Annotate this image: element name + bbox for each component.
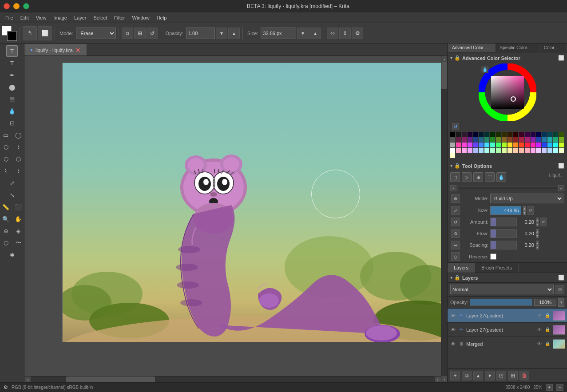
swatch-dark4[interactable]	[473, 132, 478, 137]
amount-spin-up[interactable]: ▴	[536, 218, 539, 222]
tool-colorpicker[interactable]: 💧	[6, 105, 18, 117]
v-scroll-track[interactable]	[441, 62, 447, 376]
swatch-white[interactable]	[450, 148, 455, 153]
clear-button[interactable]: ⬜	[38, 26, 52, 40]
swatch-bright7[interactable]	[484, 143, 489, 147]
tool-enclose-fill[interactable]: ⬡	[0, 237, 12, 249]
canvas-container[interactable]	[24, 56, 441, 376]
layer-3-lock-btn[interactable]: 🔒	[544, 341, 551, 348]
swatch-dark3[interactable]	[468, 132, 472, 137]
swatch-bright16[interactable]	[536, 143, 541, 147]
blend-mode-dropdown[interactable]: Normal	[450, 285, 554, 294]
swatch-light2[interactable]	[462, 148, 467, 153]
swatch-bright15[interactable]	[531, 143, 535, 147]
swatch-bright2[interactable]	[456, 143, 461, 147]
menu-window[interactable]: Window	[129, 14, 153, 21]
menu-edit[interactable]: Edit	[17, 14, 32, 21]
swatch-bright4[interactable]	[468, 143, 472, 147]
swatch-mid2[interactable]	[456, 137, 461, 142]
size-input[interactable]	[261, 28, 296, 39]
swatch-mid13[interactable]	[519, 137, 524, 142]
panel-hscroll-right-button[interactable]: ▸	[558, 185, 564, 191]
swatch-dark5[interactable]	[479, 132, 484, 137]
swatch-dark14[interactable]	[531, 132, 535, 137]
move-layer-up-button[interactable]: ▴	[473, 371, 483, 380]
remove-layer-button[interactable]: 🗑	[519, 371, 529, 380]
spacing-spin-up[interactable]: ▴	[536, 241, 539, 245]
menu-view[interactable]: View	[32, 14, 50, 21]
swatch-bright10[interactable]	[502, 143, 507, 147]
zoom-in-button[interactable]: +	[546, 384, 553, 391]
layer-item-2[interactable]: 👁 ✏ Layer 27(pasted) 👁 🔒	[448, 323, 567, 337]
size-down-button[interactable]: ▾	[297, 28, 309, 39]
to-arrow-icon[interactable]: ▷	[462, 172, 472, 182]
swatch-light7[interactable]	[490, 148, 495, 153]
to-curve-icon[interactable]: ⌒	[485, 172, 495, 182]
swatch-bright8[interactable]	[490, 143, 495, 147]
minimize-button[interactable]	[13, 3, 20, 9]
reset-colors-button[interactable]: ↰	[23, 26, 37, 40]
tool-options-header[interactable]: ▾ 🔒 Tool Options ⬜	[448, 161, 567, 170]
tool-zoom[interactable]: 🔍	[0, 213, 12, 225]
swatch-light14[interactable]	[531, 148, 535, 153]
tool-measure[interactable]: 📏	[0, 201, 12, 213]
layer-2-visibility-button[interactable]: 👁	[449, 326, 456, 333]
panel-collapse-arrow[interactable]: ▾	[450, 55, 452, 60]
h-scroll-right-button[interactable]: ▸	[435, 376, 441, 382]
swatch-mid7[interactable]	[484, 137, 489, 142]
swatch-dark11[interactable]	[513, 132, 518, 137]
tool-scripting[interactable]: ✱	[6, 249, 18, 261]
h-scroll-track[interactable]	[31, 376, 435, 382]
swatch-light3[interactable]	[468, 148, 472, 153]
spacing-slider[interactable]	[490, 241, 517, 249]
size-reset-button[interactable]: ↺	[527, 206, 534, 215]
swatch-light11[interactable]	[513, 148, 518, 153]
layer-item-3[interactable]: 👁 ⊞ Merged 👁 🔒	[448, 337, 567, 351]
spacing-spin-down[interactable]: ▾	[536, 245, 539, 249]
size-up-button[interactable]: ▴	[309, 28, 321, 39]
swatch-mid11[interactable]	[508, 137, 512, 142]
tool-reference[interactable]: ⬛	[12, 201, 24, 213]
layers-tab[interactable]: Layers	[448, 263, 475, 273]
swatch-bright6[interactable]	[479, 143, 484, 147]
panel-hscroll-left-button[interactable]: ◂	[450, 185, 456, 191]
swatch-light8[interactable]	[496, 148, 501, 153]
brush-presets-tab[interactable]: Brush Presets	[475, 263, 519, 273]
swatch-mid16[interactable]	[536, 137, 541, 142]
swatch-mid15[interactable]	[531, 137, 535, 142]
reverse-checkbox[interactable]	[490, 253, 496, 260]
swatch-bright19[interactable]	[553, 143, 558, 147]
add-layer-button[interactable]: +	[450, 371, 460, 380]
amount-spin-down[interactable]: ▾	[536, 222, 539, 226]
swatch-bright14[interactable]	[525, 143, 530, 147]
snap-button[interactable]: ⊞	[134, 28, 146, 39]
swatch-light16[interactable]	[542, 148, 547, 153]
layers-grid-button[interactable]: ⊞	[555, 285, 564, 294]
layer-item-1[interactable]: 👁 ✏ Layer 27(pasted) 👁 🔒	[448, 309, 567, 323]
swatch-dark6[interactable]	[484, 132, 489, 137]
swatch-mid5[interactable]	[473, 137, 478, 142]
swatch-mid12[interactable]	[513, 137, 518, 142]
panel-tab-advanced-color[interactable]: Advanced Color Sel...	[448, 44, 496, 52]
panel-tab-specific-color[interactable]: Specific Color Sel...	[496, 44, 539, 52]
swatch-bright5[interactable]	[473, 143, 478, 147]
swatch-bright1[interactable]	[450, 143, 455, 147]
tool-text[interactable]: T	[6, 57, 18, 69]
menu-file[interactable]: File	[2, 14, 17, 21]
layer-3-action-btn[interactable]: 👁	[536, 341, 543, 348]
tool-calligraphy[interactable]: ✒	[6, 69, 18, 81]
swatch-bright12[interactable]	[513, 143, 518, 147]
flow-spin-down[interactable]: ▾	[536, 234, 539, 238]
panel-hscroll-track[interactable]	[457, 186, 557, 190]
menu-layer[interactable]: Layer	[71, 14, 90, 21]
tool-gradient[interactable]: ▤	[6, 93, 18, 105]
menu-select[interactable]: Select	[90, 14, 111, 21]
swatch-light13[interactable]	[525, 148, 530, 153]
size-option-input[interactable]	[490, 206, 521, 215]
layer-1-action-btn[interactable]: 👁	[536, 312, 543, 319]
swatch-mid3[interactable]	[462, 137, 467, 142]
swatch-mid14[interactable]	[525, 137, 530, 142]
swatch-light6[interactable]	[484, 148, 489, 153]
layer-2-action-btn[interactable]: 👁	[536, 326, 543, 333]
swatch-dark12[interactable]	[519, 132, 524, 137]
